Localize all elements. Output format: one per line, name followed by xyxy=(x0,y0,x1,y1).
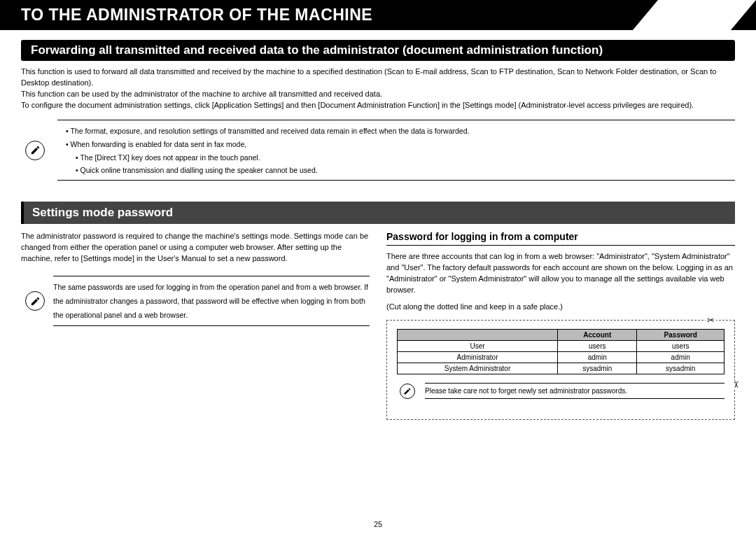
pencil-icon xyxy=(400,384,415,399)
note-block: Please take care not to forget newly set… xyxy=(397,383,724,399)
note-block: The same passwords are used for logging … xyxy=(21,276,370,326)
note-subbullet: The [Direct TX] key does not appear in t… xyxy=(66,151,735,164)
scissors-icon: ✂ xyxy=(706,315,716,325)
body-paragraph: This function is used to forward all dat… xyxy=(21,66,735,111)
note-subbullet: Quick online transmission and dialling u… xyxy=(66,164,735,177)
body-paragraph: There are three accounts that can log in… xyxy=(386,251,735,296)
note-block: The format, exposure, and resolution set… xyxy=(21,120,735,181)
table-row: User users users xyxy=(398,341,724,352)
table-row: Administrator admin admin xyxy=(398,352,724,363)
cut-out-area: ✂ ✂ Account Password User users users Ad… xyxy=(386,320,735,420)
pencil-icon xyxy=(25,291,45,311)
section-heading-forwarding: Forwarding all transmitted and received … xyxy=(21,40,735,61)
cut-instruction: (Cut along the dotted line and keep in a… xyxy=(386,302,735,313)
body-paragraph: The administrator password is required t… xyxy=(21,231,370,265)
table-row: System Administrator sysadmin sysadmin xyxy=(398,363,724,374)
chapter-title: TO THE ADMINISTRATOR OF THE MACHINE xyxy=(0,0,756,30)
subheading-login-password: Password for logging in from a computer xyxy=(386,231,735,246)
table-header: Account xyxy=(558,330,637,341)
section-heading-password: Settings mode password xyxy=(21,202,735,224)
right-column: Password for logging in from a computer … xyxy=(386,231,735,420)
left-column: The administrator password is required t… xyxy=(21,231,370,420)
scissors-icon: ✂ xyxy=(729,381,743,388)
page-number: 25 xyxy=(0,520,756,528)
password-table: Account Password User users users Admini… xyxy=(397,329,724,374)
note-bullet: The format, exposure, and resolution set… xyxy=(66,125,735,138)
table-header xyxy=(398,330,558,341)
note-bullet: When forwarding is enabled for data sent… xyxy=(66,138,735,151)
pencil-icon xyxy=(25,141,45,160)
table-header: Password xyxy=(637,330,724,341)
